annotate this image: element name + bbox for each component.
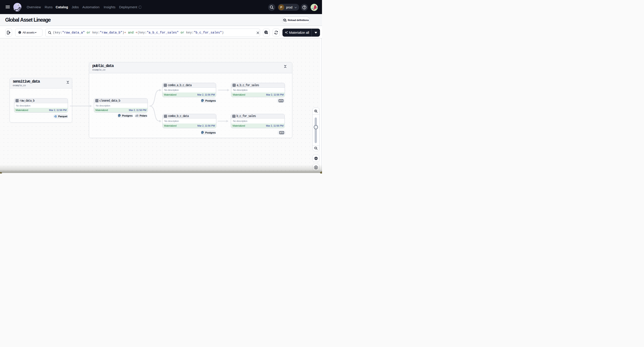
svg-text:csv: csv xyxy=(280,100,282,102)
svg-text:csv: csv xyxy=(280,132,283,134)
